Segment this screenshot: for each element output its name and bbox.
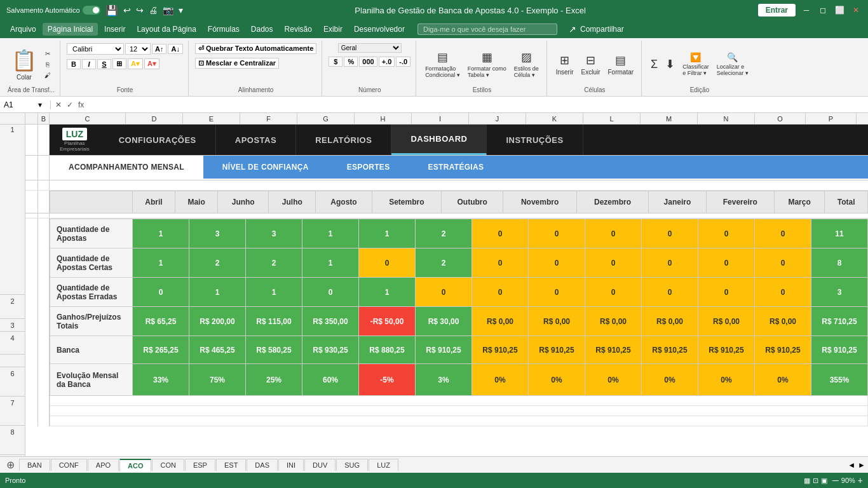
sort-filter-button[interactable]: 🔽 Classificare Filtrar ▾ — [680, 51, 712, 78]
cell-banca-janeiro[interactable]: R$ 910,25 — [642, 336, 698, 364]
formula-input[interactable] — [88, 100, 868, 109]
cell-banca-dezembro[interactable]: R$ 910,25 — [585, 336, 642, 364]
number-format-select[interactable]: Geral — [338, 43, 402, 53]
col-n[interactable]: N — [698, 113, 755, 124]
cell-banca-total[interactable]: R$ 910,25 — [811, 336, 868, 364]
cell-evolucao-fevereiro[interactable]: 0% — [698, 364, 755, 396]
cell-erradas-agosto[interactable]: 1 — [359, 278, 416, 307]
copy-button[interactable]: ⎘ — [42, 60, 53, 69]
menu-arquivo[interactable]: Arquivo — [5, 23, 41, 36]
cell-erradas-outubro[interactable]: 0 — [472, 278, 529, 307]
col-h[interactable]: H — [355, 113, 412, 124]
minimize-icon[interactable]: ─ — [801, 4, 812, 16]
cell-ganhos-maio[interactable]: R$ 200,00 — [189, 307, 246, 336]
paste-button[interactable]: 📋 Colar — [9, 47, 39, 82]
tab-relatorios[interactable]: RELATÓRIOS — [296, 125, 391, 155]
col-g[interactable]: G — [297, 113, 355, 124]
cell-apostas-setembro[interactable]: 2 — [416, 219, 472, 248]
save-icon[interactable]: 💾 — [105, 4, 118, 17]
menu-inserir[interactable]: Inserir — [99, 23, 130, 36]
italic-button[interactable]: I — [82, 59, 96, 69]
sheet-tab-sug[interactable]: SUG — [336, 459, 368, 471]
cell-certas-maio[interactable]: 2 — [189, 248, 246, 278]
sum-button[interactable]: Σ — [648, 57, 660, 72]
cell-ganhos-agosto[interactable]: -R$ 50,00 — [359, 307, 416, 336]
cell-erradas-junho[interactable]: 1 — [246, 278, 302, 307]
decrease-decimal-button[interactable]: -.0 — [396, 57, 410, 67]
fill-button[interactable]: ⬇ — [663, 56, 677, 72]
camera-icon[interactable]: 📷 — [163, 5, 173, 15]
menu-layout[interactable]: Layout da Página — [132, 23, 201, 36]
format-painter-button[interactable]: 🖌 — [42, 71, 53, 80]
col-k[interactable]: K — [526, 113, 583, 124]
font-family-select[interactable]: Calibri — [67, 43, 124, 55]
col-f[interactable]: F — [240, 113, 297, 124]
cell-certas-janeiro[interactable]: 0 — [642, 248, 698, 278]
cell-certas-setembro[interactable]: 2 — [416, 248, 472, 278]
font-size-select[interactable]: 12 — [125, 43, 151, 55]
sheet-tab-con[interactable]: CON — [152, 459, 184, 471]
col-e[interactable]: E — [183, 113, 240, 124]
cell-evolucao-junho[interactable]: 25% — [246, 364, 302, 396]
sub-tab-esportes[interactable]: ESPORTES — [328, 156, 409, 179]
cell-erradas-marco[interactable]: 0 — [755, 278, 811, 307]
cell-ganhos-janeiro[interactable]: R$ 0,00 — [642, 307, 698, 336]
cell-ref-input[interactable] — [4, 100, 36, 109]
sheet-tab-est[interactable]: EST — [216, 459, 246, 471]
comma-button[interactable]: 000 — [359, 57, 377, 67]
col-a[interactable] — [25, 113, 38, 124]
increase-decimal-button[interactable]: +.0 — [379, 57, 395, 67]
cell-certas-novembro[interactable]: 0 — [529, 248, 585, 278]
col-p[interactable]: P — [806, 113, 857, 124]
cell-banca-junho[interactable]: R$ 580,25 — [246, 336, 302, 364]
sub-tab-acompanhamento[interactable]: ACOMPANHAMENTO MENSAL — [50, 156, 203, 179]
normal-view-icon[interactable]: ▦ — [804, 477, 810, 485]
tab-dashboard[interactable]: DASHBOARD — [391, 125, 487, 155]
cell-ganhos-dezembro[interactable]: R$ 0,00 — [585, 307, 642, 336]
cell-apostas-maio[interactable]: 3 — [189, 219, 246, 248]
cell-apostas-fevereiro[interactable]: 0 — [698, 219, 755, 248]
cell-erradas-julho[interactable]: 0 — [302, 278, 359, 307]
cell-apostas-abril[interactable]: 1 — [133, 219, 189, 248]
cell-banca-julho[interactable]: R$ 930,25 — [302, 336, 359, 364]
cell-apostas-novembro[interactable]: 0 — [529, 219, 585, 248]
format-button[interactable]: ▤ Formatar — [606, 52, 637, 77]
search-input[interactable] — [417, 24, 557, 35]
cell-evolucao-maio[interactable]: 75% — [189, 364, 246, 396]
cell-apostas-julho[interactable]: 1 — [302, 219, 359, 248]
increase-font-button[interactable]: A↑ — [152, 44, 166, 54]
undo-icon[interactable]: ↩ — [123, 5, 131, 15]
cancel-formula-button[interactable]: ✕ — [53, 100, 64, 109]
cell-certas-agosto[interactable]: 0 — [359, 248, 416, 278]
cell-banca-novembro[interactable]: R$ 910,25 — [529, 336, 585, 364]
cut-button[interactable]: ✂ — [42, 49, 53, 58]
tab-apostas[interactable]: APOSTAS — [216, 125, 296, 155]
autosave-toggle[interactable]: Salvamento Automático — [6, 6, 100, 15]
cell-banca-abril[interactable]: R$ 265,25 — [133, 336, 189, 364]
cell-apostas-dezembro[interactable]: 0 — [585, 219, 642, 248]
cell-banca-fevereiro[interactable]: R$ 910,25 — [698, 336, 755, 364]
menu-pagina-inicial[interactable]: Página Inicial — [43, 23, 98, 36]
cell-evolucao-abril[interactable]: 33% — [133, 364, 189, 396]
cell-evolucao-setembro[interactable]: 3% — [416, 364, 472, 396]
sheet-tab-esp[interactable]: ESP — [185, 459, 215, 471]
decrease-font-button[interactable]: A↓ — [168, 44, 182, 54]
confirm-formula-button[interactable]: ✓ — [65, 100, 75, 109]
sheet-tab-conf[interactable]: CONF — [51, 459, 87, 471]
add-sheet-button[interactable]: ⊕ — [3, 459, 18, 471]
cell-certas-marco[interactable]: 0 — [755, 248, 811, 278]
tab-instrucoes[interactable]: INSTRUÇÕES — [487, 125, 583, 155]
close-icon[interactable]: ✕ — [850, 4, 862, 16]
cell-ganhos-junho[interactable]: R$ 115,00 — [246, 307, 302, 336]
sheet-tab-aco[interactable]: ACO — [119, 459, 151, 471]
cell-apostas-junho[interactable]: 3 — [246, 219, 302, 248]
sub-tab-estrategias[interactable]: ESTRATÉGIAS — [409, 156, 503, 179]
tab-configuracoes[interactable]: CONFIGURAÇÕES — [100, 125, 216, 155]
merge-center-button[interactable]: ⊡ Mesclar e Centralizar — [195, 58, 279, 69]
sheet-tab-das[interactable]: DAS — [247, 459, 278, 471]
cell-certas-outubro[interactable]: 0 — [472, 248, 529, 278]
cell-apostas-outubro[interactable]: 0 — [472, 219, 529, 248]
insert-function-button[interactable]: fx — [76, 100, 86, 109]
cell-certas-abril[interactable]: 1 — [133, 248, 189, 278]
cell-ganhos-marco[interactable]: R$ 0,00 — [755, 307, 811, 336]
